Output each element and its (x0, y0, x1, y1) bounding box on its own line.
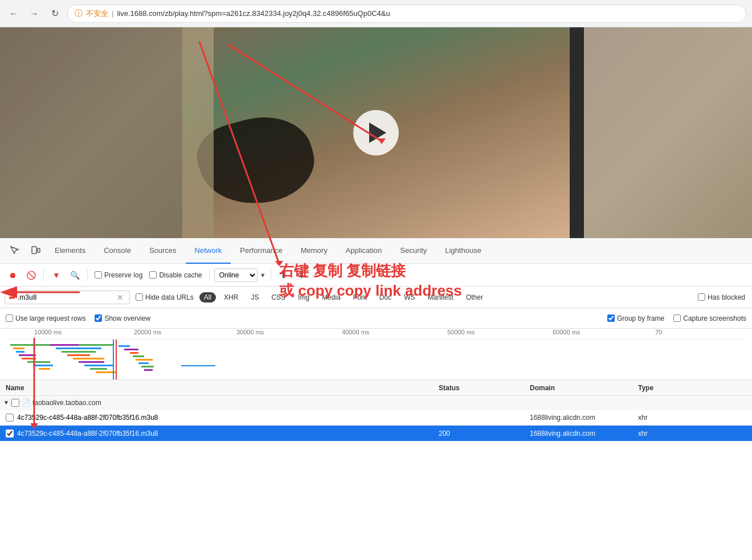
separator-3 (209, 269, 210, 281)
search-button[interactable]: 🔍 (67, 267, 83, 283)
row2-name-text: 4c73529c-c485-448a-a88f-2f070fb35f16.m3u… (17, 430, 158, 438)
has-blocked-checkbox[interactable] (698, 293, 705, 301)
group-icon: 📄 (22, 399, 30, 407)
table-row-selected[interactable]: 4c73529c-c485-448a-a88f-2f070fb35f16.m3u… (0, 426, 752, 442)
page-wrapper: ← → ↻ ⓘ 不安全 | live.1688.com/zb/play.html… (0, 0, 752, 560)
tl-label-2: 20000 ms (134, 329, 161, 336)
tl-label-1: 10000 ms (34, 329, 62, 336)
tab-memory[interactable]: Memory (292, 238, 337, 264)
filter-css-btn[interactable]: CSS (267, 292, 290, 303)
tl-label-4: 40000 ms (342, 329, 369, 336)
show-overview-checkbox[interactable] (95, 314, 102, 322)
import-button[interactable]: ⬆ (276, 267, 292, 283)
preserve-log-checkbox[interactable] (95, 271, 102, 279)
tab-security[interactable]: Security (391, 238, 436, 264)
browser-toolbar: ← → ↻ ⓘ 不安全 | live.1688.com/zb/play.html… (0, 0, 752, 27)
tab-elements[interactable]: Elements (46, 238, 95, 264)
options-right: Group by frame Capture screenshots (607, 314, 746, 322)
back-button[interactable]: ← (6, 6, 22, 22)
options-bar: Use large request rows Show overview Gro… (0, 308, 752, 329)
tl-label-3: 30000 ms (236, 329, 264, 336)
browser-content (0, 27, 752, 238)
svg-rect-5 (38, 248, 40, 252)
separator-2 (87, 269, 88, 281)
group-by-frame-checkbox[interactable] (607, 314, 615, 322)
disable-cache-label[interactable]: Disable cache (147, 271, 204, 279)
tl-label-7: 70 (655, 329, 662, 336)
row2-checkbox[interactable] (6, 430, 14, 438)
filter-font-btn[interactable]: Font (349, 292, 371, 303)
group-row-taobaolive[interactable]: ▼ 📄 taobaolive.taobao.com (0, 396, 752, 410)
row2-type: xhr (638, 430, 684, 438)
col-type-header: Type (638, 384, 684, 392)
devtools-tab-bar: Elements Console Sources Network Perform… (0, 238, 752, 264)
timeline-chart (5, 339, 747, 380)
row1-checkbox[interactable] (6, 414, 14, 422)
separator-4 (271, 269, 271, 281)
preserve-log-label[interactable]: Preserve log (92, 271, 145, 279)
filter-input[interactable] (18, 293, 115, 301)
row2-status: 200 (439, 430, 530, 438)
device-mode-icon[interactable] (25, 240, 46, 261)
tab-performance[interactable]: Performance (231, 238, 291, 264)
row1-type: xhr (638, 414, 684, 422)
forward-button[interactable]: → (26, 6, 42, 22)
hide-data-urls-checkbox[interactable] (136, 293, 143, 301)
hide-data-urls-label[interactable]: Hide data URLs (133, 293, 196, 301)
filter-icon-btn[interactable]: ▼ (48, 267, 64, 283)
filter-input-wrap[interactable]: ⬅ ✕ (5, 291, 130, 304)
tab-lighthouse[interactable]: Lighthouse (436, 238, 491, 264)
filter-all-btn[interactable]: All (199, 292, 216, 303)
large-rows-label[interactable]: Use large request rows (6, 314, 85, 322)
show-overview-label[interactable]: Show overview (95, 314, 150, 322)
row2-domain: 1688living.alicdn.com (530, 430, 638, 438)
address-bar[interactable]: ⓘ 不安全 | live.1688.com/zb/play.html?spm=a… (67, 5, 746, 23)
capture-screenshots-label[interactable]: Capture screenshots (673, 314, 746, 322)
col-name-header: Name (0, 384, 439, 392)
clear-button[interactable]: 🚫 (23, 267, 39, 283)
filter-clear-icon[interactable]: ✕ (117, 293, 124, 302)
col-status-header: Status (439, 384, 530, 392)
tab-console[interactable]: Console (95, 238, 140, 264)
group-by-frame-label[interactable]: Group by frame (607, 314, 664, 322)
security-label: 不安全 (86, 9, 108, 19)
filter-ws-btn[interactable]: WS (399, 292, 419, 303)
svg-rect-4 (32, 247, 36, 254)
reload-button[interactable]: ↻ (47, 6, 63, 22)
filter-img-btn[interactable]: Img (293, 292, 314, 303)
filter-js-btn[interactable]: JS (246, 292, 263, 303)
element-picker-icon[interactable] (5, 240, 25, 261)
filter-doc-btn[interactable]: Doc (375, 292, 396, 303)
row1-name: 4c73529c-c485-448a-a88f-2f070fb35f16.m3u… (0, 414, 439, 422)
disable-cache-checkbox[interactable] (149, 271, 157, 279)
network-toolbar: ⏺ 🚫 ▼ 🔍 Preserve log Disable cache Onlin… (0, 264, 752, 287)
filter-media-btn[interactable]: Media (317, 292, 345, 303)
col-domain-header: Domain (530, 384, 638, 392)
large-rows-checkbox[interactable] (6, 314, 13, 322)
record-button[interactable]: ⏺ (5, 267, 21, 283)
tl-label-6: 60000 ms (553, 329, 580, 336)
table-header: Name Status Domain Type (0, 380, 752, 396)
separator-1 (43, 269, 44, 281)
tab-sources[interactable]: Sources (140, 238, 186, 264)
capture-screenshots-checkbox[interactable] (673, 314, 681, 322)
table-row[interactable]: 4c73529c-c485-448a-a88f-2f070fb35f16.m3u… (0, 410, 752, 426)
filter-xhr-btn[interactable]: XHR (219, 292, 243, 303)
security-icon: ⓘ (75, 9, 83, 19)
url-separator: | (112, 9, 113, 18)
play-icon (369, 122, 386, 143)
row2-name: 4c73529c-c485-448a-a88f-2f070fb35f16.m3u… (0, 430, 439, 438)
group-checkbox[interactable] (11, 399, 19, 407)
export-button[interactable]: ⬇ (294, 267, 310, 283)
video-player[interactable] (182, 27, 570, 238)
row1-name-text: 4c73529c-c485-448a-a88f-2f070fb35f16.m3u… (17, 414, 158, 422)
filter-bar: ⬅ ✕ Hide data URLs All XHR JS CSS Img Me… (0, 287, 752, 308)
has-blocked-label[interactable]: Has blocked (696, 293, 747, 301)
tab-network[interactable]: Network (186, 238, 231, 264)
tab-application[interactable]: Application (337, 238, 391, 264)
filter-other-btn[interactable]: Other (461, 292, 488, 303)
filter-manifest-btn[interactable]: Manifest (423, 292, 458, 303)
devtools: Elements Console Sources Network Perform… (0, 238, 752, 442)
play-button[interactable] (353, 110, 399, 156)
throttling-select[interactable]: Online Fast 3G Slow 3G Offline (214, 268, 258, 282)
